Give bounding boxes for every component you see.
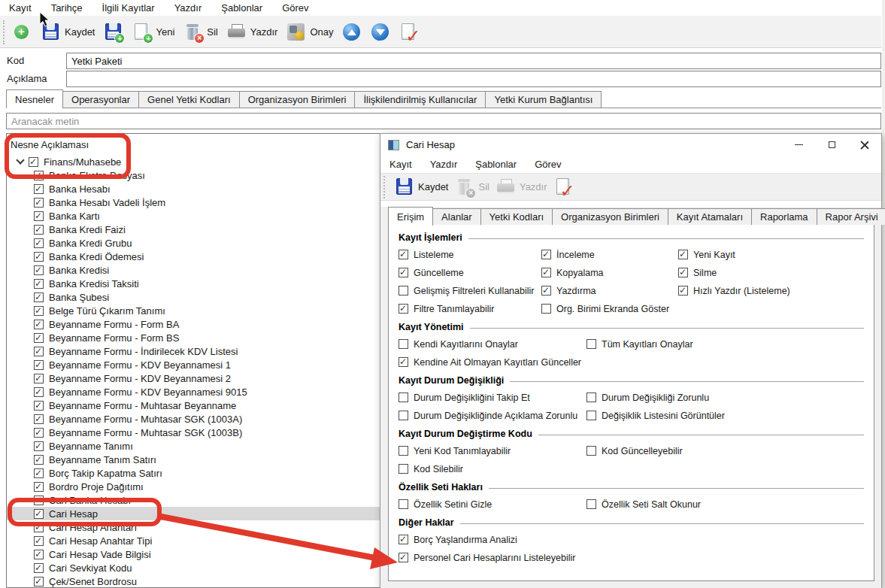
permission-checkbox-item[interactable]: Filtre Tanımlayabilir	[399, 303, 541, 314]
tree-item-checkbox[interactable]	[34, 320, 44, 329]
permission-checkbox-item[interactable]: Borç Yaşlandırma Analizi	[399, 534, 864, 545]
permission-checkbox-item[interactable]: Durum Değişikliği Zorunlu	[586, 392, 864, 403]
checkbox[interactable]	[586, 339, 596, 349]
checkbox[interactable]	[399, 357, 408, 367]
main-tab-4[interactable]: İlişkilendirilmiş Kullanıcılar	[354, 91, 486, 108]
checkbox[interactable]	[586, 393, 596, 402]
permission-checkbox-item[interactable]: Özellik Setini Gizle	[399, 499, 586, 510]
tree-item-checkbox[interactable]	[34, 482, 44, 492]
permission-checkbox-item[interactable]: Güncelleme	[399, 267, 541, 278]
permission-checkbox-item[interactable]: Silme	[678, 267, 864, 278]
dialog-menu-item-0[interactable]: Kayıt	[389, 159, 412, 170]
checkbox[interactable]	[399, 286, 408, 296]
permission-checkbox-item[interactable]: Listeleme	[399, 249, 541, 260]
dialog-menu-item-2[interactable]: Şablonlar	[475, 159, 517, 170]
checkbox[interactable]	[399, 304, 408, 314]
permission-checkbox-item[interactable]: Hızlı Yazdır (Listeleme)	[678, 285, 864, 296]
tree-item-checkbox[interactable]	[34, 292, 44, 302]
tree-item-checkbox[interactable]	[34, 171, 44, 180]
kod-input[interactable]	[66, 53, 881, 69]
toolbar-button-yazdır[interactable]: Yazdır	[226, 22, 278, 42]
checkbox[interactable]	[399, 411, 408, 420]
minimize-button[interactable]	[782, 134, 815, 156]
checkbox[interactable]	[541, 304, 551, 314]
tree-item-checkbox[interactable]	[34, 211, 44, 221]
permission-checkbox-item[interactable]: Kopyalama	[541, 267, 678, 278]
dialog-tab-6[interactable]: Rapor Arşivi	[817, 208, 885, 225]
tree-item-checkbox[interactable]	[34, 523, 44, 532]
dialog-tab-1[interactable]: Alanlar	[432, 208, 480, 225]
tree-item-checkbox[interactable]	[34, 360, 44, 370]
dialog-tab-2[interactable]: Yetki Kodları	[480, 208, 553, 225]
tree-item-checkbox[interactable]	[34, 401, 44, 411]
toolbar-button-down[interactable]	[370, 22, 390, 42]
checkbox[interactable]	[586, 446, 596, 456]
tree-item-checkbox[interactable]	[34, 577, 44, 586]
main-tab-3[interactable]: Organizasyon Birimleri	[239, 91, 356, 108]
permission-checkbox-item[interactable]: Personel Cari Hesaplarını Listeleyebilir	[399, 552, 864, 563]
toolbar-button-confirm-check[interactable]	[399, 22, 419, 42]
dialog-menu-item-3[interactable]: Görev	[535, 159, 561, 170]
tree-item-checkbox[interactable]	[34, 509, 44, 519]
dialog-menu-item-1[interactable]: Yazdır	[430, 159, 458, 170]
tree-item-checkbox[interactable]	[34, 279, 44, 289]
permission-checkbox-item[interactable]: Org. Birimi Ekranda Göster	[541, 303, 678, 314]
permission-checkbox-item[interactable]: İnceleme	[541, 249, 678, 260]
permission-checkbox-item[interactable]: Durum Değişikliğini Takip Et	[399, 392, 586, 403]
dialog-tab-5[interactable]: Raporlama	[751, 208, 817, 225]
aciklama-input[interactable]	[66, 71, 881, 87]
toolbar-button-up[interactable]	[341, 22, 362, 42]
tree-item-checkbox[interactable]	[34, 347, 44, 356]
main-menu-item-2[interactable]: İlgili Kayıtlar	[102, 2, 155, 14]
main-tab-2[interactable]: Genel Yetki Kodları	[138, 91, 240, 108]
toolbar-button-sil[interactable]: Sil	[454, 177, 489, 197]
checkbox[interactable]	[541, 250, 551, 259]
tree-item-checkbox[interactable]	[34, 441, 44, 451]
checkbox[interactable]	[399, 535, 408, 544]
tree-item-checkbox[interactable]	[34, 225, 44, 235]
main-tab-5[interactable]: Yetki Kurum Bağlantısı	[485, 91, 602, 108]
tree-item-checkbox[interactable]	[34, 265, 44, 275]
main-menu-item-5[interactable]: Görev	[282, 2, 308, 14]
checkbox[interactable]	[541, 286, 551, 296]
permission-checkbox-item[interactable]: Yeni Kayıt	[678, 249, 864, 260]
permission-checkbox-item[interactable]: Değişiklik Listesini Görüntüler	[586, 410, 864, 421]
tree-item-checkbox[interactable]	[34, 496, 44, 505]
checkbox[interactable]	[399, 393, 408, 402]
search-input[interactable]	[6, 113, 881, 129]
permission-checkbox-item[interactable]: Yazdırma	[541, 285, 678, 296]
checkbox[interactable]	[541, 268, 551, 277]
dialog-tab-0[interactable]: Erişim	[388, 207, 433, 226]
toolbar-button-sil[interactable]: Sil	[183, 22, 217, 42]
permission-checkbox-item[interactable]: Kendi Kayıtlarını Onaylar	[399, 338, 586, 350]
main-menu-item-3[interactable]: Yazdır	[174, 2, 202, 14]
toolbar-button-yeni[interactable]: Yeni	[132, 22, 174, 42]
checkbox[interactable]	[399, 464, 408, 474]
tree-item-checkbox[interactable]	[34, 252, 44, 262]
main-menu-item-1[interactable]: Tarihçe	[51, 2, 83, 14]
tree-item-checkbox[interactable]	[34, 184, 44, 194]
checkbox[interactable]	[399, 446, 408, 456]
permission-checkbox-item[interactable]: Kod Güncelleyebilir	[586, 445, 864, 456]
dialog-titlebar[interactable]: Cari Hesap	[380, 134, 881, 156]
toolbar-button-add-record[interactable]	[12, 22, 32, 42]
tree-item-checkbox[interactable]	[34, 306, 44, 316]
checkbox[interactable]	[399, 268, 408, 277]
tree-item-checkbox[interactable]	[34, 563, 44, 573]
permission-checkbox-item[interactable]: Tüm Kayıtları Onaylar	[586, 338, 864, 350]
tree-item-checkbox[interactable]	[34, 374, 44, 383]
tree-item-checkbox[interactable]	[34, 198, 44, 208]
checkbox[interactable]	[399, 553, 408, 562]
tree-item-checkbox[interactable]	[34, 414, 44, 424]
dialog-tab-3[interactable]: Organizasyon Birimleri	[552, 208, 668, 225]
tree-item-checkbox[interactable]	[34, 468, 44, 478]
tree-item-checkbox[interactable]	[34, 550, 44, 559]
main-tab-1[interactable]: Operasyonlar	[62, 91, 139, 108]
permission-checkbox-item[interactable]: Yeni Kod Tanımlayabilir	[399, 445, 586, 456]
toolbar-button-kaydet[interactable]: Kaydet	[41, 22, 95, 42]
tree-item-checkbox[interactable]	[34, 428, 44, 438]
toolbar-button-confirm-check[interactable]	[553, 177, 574, 197]
checkbox[interactable]	[678, 250, 688, 259]
toolbar-button-kaydet[interactable]: Kaydet	[394, 177, 448, 197]
permission-checkbox-item[interactable]: Özellik Seti Salt Okunur	[586, 499, 864, 510]
